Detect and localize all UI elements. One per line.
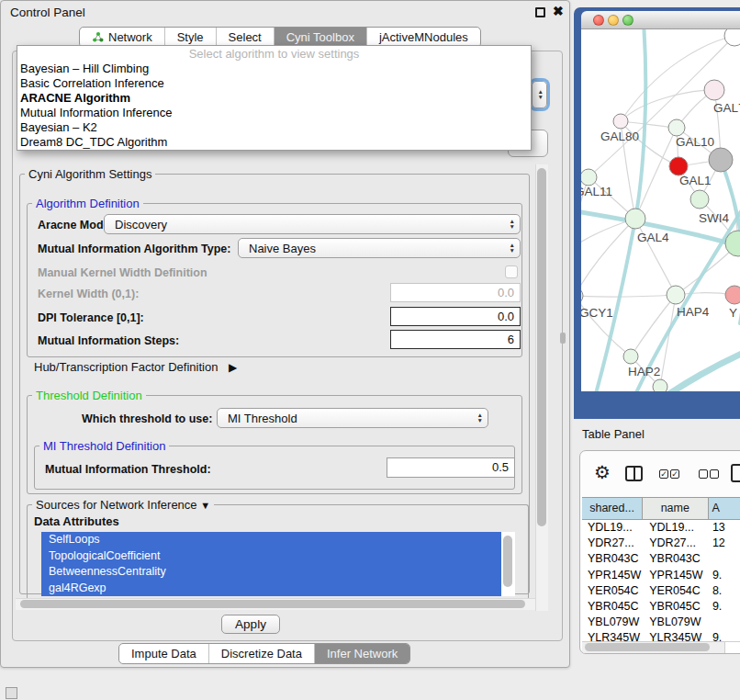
network-node[interactable] — [613, 114, 628, 129]
node-label: GAL80 — [600, 130, 639, 143]
cell-shared-name: YBL079W — [582, 615, 643, 630]
dpi-tolerance-field[interactable]: 0.0 — [390, 307, 521, 326]
network-node[interactable] — [669, 157, 688, 175]
table-hscrollbar-thumb[interactable] — [585, 643, 710, 651]
table-row[interactable]: YBL079WYBL079W — [582, 615, 740, 630]
network-window-titlebar[interactable] — [581, 11, 740, 29]
tab-label: Cyni Toolbox — [286, 28, 354, 47]
mi-type-combo[interactable]: Naive Bayes ▲▼ — [238, 238, 521, 258]
attribute-item-betweennesscentrality[interactable]: BetweennessCentrality — [41, 564, 501, 581]
tab-cyni-toolbox[interactable]: Cyni Toolbox — [274, 28, 366, 47]
algorithm-item-aracne-algorithm[interactable]: ARACNE Algorithm — [17, 91, 531, 106]
panel-splitter-grip[interactable] — [560, 333, 566, 344]
network-node[interactable] — [725, 286, 740, 304]
network-node[interactable] — [653, 379, 667, 391]
close-icon[interactable]: ✖ — [553, 4, 564, 18]
mi-type-label: Mutual Information Algorithm Type: — [38, 243, 230, 255]
algorithm-item-bayesian-hill-climbing[interactable]: Bayesian – Hill Climbing — [17, 62, 531, 76]
tab-label: Infer Network — [327, 644, 398, 663]
network-edge[interactable] — [631, 295, 676, 356]
network-edge[interactable] — [581, 295, 676, 297]
cell-shared-name: YER054C — [582, 583, 643, 599]
settings-hscrollbar-thumb[interactable] — [20, 600, 525, 608]
cell-name: YBR045C — [643, 599, 709, 615]
cell-shared-name: YBR043C — [582, 551, 643, 567]
mi-threshold-field[interactable]: 0.5 — [387, 457, 515, 478]
algorithm-item-mutual-information-inference[interactable]: Mutual Information Inference — [17, 106, 531, 120]
network-node[interactable] — [625, 209, 645, 229]
network-node[interactable] — [667, 286, 685, 304]
check-all-icon-2[interactable]: ✓ — [670, 469, 679, 479]
algorithm-item-dream8-dc-tdc-algorithm[interactable]: Dream8 DC_TDC Algorithm — [17, 135, 531, 150]
cell-value: 9. — [709, 599, 740, 615]
tab-jactivemnodules[interactable]: jActiveMNodules — [366, 28, 480, 47]
manual-kernel-checkbox[interactable] — [505, 265, 518, 278]
collapsed-panel-grip[interactable] — [6, 687, 17, 699]
gear-icon[interactable]: ⚙ — [594, 461, 611, 483]
table-row[interactable]: YPR145WYPR145W9. — [582, 568, 740, 583]
attribute-item-gal4rgexp[interactable]: gal4RGexp — [41, 581, 501, 597]
network-node[interactable] — [581, 169, 597, 186]
node-label: HAP2 — [628, 365, 660, 378]
mi-steps-field[interactable]: 6 — [390, 330, 521, 349]
column-header-shared[interactable]: shared... — [582, 498, 643, 519]
tab-label: Select — [229, 28, 262, 47]
aracne-mode-combo[interactable]: Discovery ▲▼ — [104, 214, 521, 234]
data-attributes-label: Data Attributes — [34, 514, 119, 528]
apply-button[interactable]: Apply — [221, 615, 280, 634]
network-node[interactable] — [704, 80, 724, 100]
table-row[interactable]: YDR27...YDR27...12 — [582, 536, 740, 551]
network-node[interactable] — [623, 349, 638, 364]
check-all-icon[interactable]: ✓ — [659, 469, 668, 479]
tab-style[interactable]: Style — [164, 28, 216, 47]
new-document-icon[interactable] — [731, 464, 740, 482]
network-node[interactable] — [581, 288, 583, 304]
algorithm-item-bayesian-k2[interactable]: Bayesian – K2 — [17, 120, 531, 135]
network-node[interactable] — [690, 190, 709, 209]
expand-right-icon: ▶ — [229, 361, 237, 374]
tab-discretize-data[interactable]: Discretize Data — [208, 644, 314, 663]
zoom-traffic-light-icon[interactable] — [622, 15, 633, 26]
algorithm-item-basic-correlation-inference[interactable]: Basic Correlation Inference — [17, 76, 531, 91]
network-edge-highlighted[interactable] — [665, 352, 740, 391]
table-row[interactable]: YBR045CYBR045C9. — [582, 599, 740, 615]
table-row[interactable]: YER054CYER054C8. — [582, 583, 740, 599]
tab-network[interactable]: Network — [80, 28, 164, 47]
inference-algorithm-combo-spinner[interactable]: ▲▼ — [532, 81, 547, 108]
spinner-arrows-icon: ▲▼ — [477, 412, 483, 423]
collapse-down-icon[interactable]: ▼ — [200, 500, 210, 511]
attributes-scrollbar-thumb[interactable] — [503, 536, 512, 587]
minimize-traffic-light-icon[interactable] — [608, 15, 619, 26]
float-window-icon[interactable] — [535, 7, 545, 17]
column-header-name[interactable]: name — [643, 498, 708, 519]
mi-threshold-title: MI Threshold Definition — [39, 439, 169, 453]
tab-select[interactable]: Select — [216, 28, 274, 47]
network-node[interactable] — [709, 148, 733, 172]
settings-vscrollbar-thumb[interactable] — [537, 168, 546, 526]
table-body: YDL19...YDL19...13YDR27...YDR27...12YBR0… — [582, 520, 740, 645]
network-canvas[interactable]: GAL7GAL80GAL10GAL11GAL1GAL4SWI4GCY1HAP4Y… — [581, 29, 740, 391]
tab-impute-data[interactable]: Impute Data — [119, 644, 208, 663]
table-row[interactable]: YBR043CYBR043C — [582, 551, 740, 567]
tab-label: Style — [177, 28, 204, 47]
kernel-width-field[interactable]: 0.0 — [390, 283, 521, 302]
dpi-tolerance-label: DPI Tolerance [0,1]: — [38, 311, 144, 324]
uncheck-all-icon[interactable] — [699, 469, 708, 479]
attribute-item-topologicalcoefficient[interactable]: TopologicalCoefficient — [41, 548, 501, 565]
cell-name: YBR043C — [643, 551, 709, 567]
close-traffic-light-icon[interactable] — [593, 15, 604, 26]
network-edge[interactable] — [581, 296, 631, 356]
mi-threshold-label: Mutual Information Threshold: — [45, 463, 211, 476]
hub-definition-expander[interactable]: Hub/Transcription Factor Definition ▶ — [34, 360, 237, 374]
tab-infer-network[interactable]: Infer Network — [314, 644, 409, 663]
cell-name: YBL079W — [643, 615, 709, 630]
table-row[interactable]: YDL19...YDL19...13 — [582, 520, 740, 536]
attribute-item-selfloops[interactable]: SelfLoops — [41, 532, 501, 548]
network-node[interactable] — [668, 119, 685, 136]
which-threshold-combo[interactable]: MI Threshold ▲▼ — [217, 408, 488, 428]
uncheck-all-icon-2[interactable] — [710, 469, 719, 479]
split-panel-icon[interactable] — [625, 466, 643, 481]
mi-type-value: Naive Bayes — [249, 242, 316, 255]
network-edge[interactable] — [621, 90, 714, 121]
column-header-a[interactable]: A — [709, 498, 740, 519]
